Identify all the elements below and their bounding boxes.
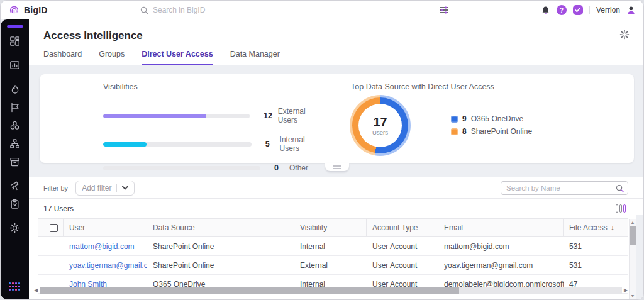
donut-outer: 17 Users (350, 95, 411, 156)
user-avatar-icon[interactable] (626, 6, 636, 15)
select-all-cell (38, 219, 64, 236)
add-filter-button[interactable]: Add filter (75, 181, 135, 196)
external-users-bar (103, 114, 206, 118)
col-data-source[interactable]: Data Source (147, 219, 294, 236)
main-content: Access Intelligence Dashboard Groups Dir… (29, 19, 643, 299)
horizontal-scrollbar[interactable]: ◀ ▶ (32, 287, 630, 294)
search-by-name-box[interactable] (501, 181, 628, 195)
sidebar-divider (1, 53, 29, 53)
sidebar-item-flagged[interactable] (1, 98, 29, 116)
global-search-input[interactable] (153, 6, 291, 14)
page-title: Access Intelligence (43, 30, 143, 42)
sidebar-item-reports[interactable] (1, 56, 29, 74)
sidebar-item-dashboard[interactable] (1, 32, 29, 50)
donut-center: 17 Users (358, 104, 402, 147)
widgets-card: Visibilities 12 External Users 5 Interna… (40, 74, 634, 163)
bar-row-other: 0 Other (103, 164, 324, 172)
users-table-section: Filter by Add filter 17 Us (29, 177, 643, 299)
right-gutter (636, 215, 643, 299)
clipboard-icon (9, 199, 20, 209)
tab-groups[interactable]: Groups (99, 50, 125, 65)
gear-icon (9, 223, 20, 233)
visibilities-panel: Visibilities 12 External Users 5 Interna… (40, 74, 340, 163)
sidebar-active-indicator (7, 25, 23, 28)
sidebar-item-policies[interactable] (1, 195, 29, 213)
sidebar-item-inventory[interactable] (1, 153, 29, 171)
bigid-logo[interactable]: BigID (1, 4, 48, 15)
external-users-count: 12 (264, 111, 275, 120)
sharepoint-legend-chip (451, 128, 458, 135)
table-header-row: User Data Source Visibility Account Type… (38, 218, 628, 237)
username[interactable]: Verrion (596, 6, 620, 14)
col-user[interactable]: User (64, 219, 147, 236)
top-bar: BigID ? (1, 1, 643, 19)
legend-onedrive: 9 O365 OneDrive (451, 114, 532, 123)
donut-sub-label: Users (372, 129, 388, 136)
action-center-icon (9, 181, 20, 191)
visibilities-bars: 12 External Users 5 Internal Users 0 Oth… (103, 107, 324, 172)
visibilities-title: Visibilities (103, 82, 324, 97)
sidebar-item-settings[interactable] (1, 219, 29, 237)
scroll-right-icon[interactable]: ▶ (622, 287, 630, 293)
sidebar-nav (1, 19, 29, 299)
sliders-icon[interactable] (439, 5, 449, 18)
top-data-source-panel: Top Data Source with Direct User Access … (340, 74, 634, 163)
report-chart-icon (9, 60, 20, 70)
filter-by-label: Filter by (43, 184, 68, 192)
widgets-collapse-handle[interactable] (325, 163, 349, 171)
sidebar-item-risk[interactable] (1, 80, 29, 98)
fingerprint-logo-icon (9, 4, 19, 15)
external-users-label: External Users (278, 107, 324, 125)
other-users-count: 0 (274, 164, 287, 172)
table-row[interactable]: mattom@bigid.com SharePoint Online Inter… (38, 237, 628, 256)
horizontal-scroll-thumb[interactable] (40, 287, 459, 294)
users-count: 17 Users (43, 204, 74, 213)
org-topology-icon (9, 138, 20, 149)
onedrive-legend-chip (451, 116, 458, 123)
sidebar-divider (1, 77, 29, 77)
search-by-name-input[interactable] (501, 184, 616, 192)
column-chooser-icon[interactable] (616, 204, 626, 213)
tab-dashboard[interactable]: Dashboard (43, 50, 82, 65)
divider (589, 6, 590, 14)
dashboard-icon (9, 36, 20, 47)
internal-users-bar (103, 142, 147, 147)
col-email[interactable]: Email (438, 219, 564, 236)
help-icon[interactable]: ? (557, 5, 567, 15)
table-row[interactable]: yoav.tigerman@gmail.com SharePoint Onlin… (38, 256, 628, 275)
sidebar-item-clusters[interactable] (1, 116, 29, 135)
vertical-scrollbar[interactable]: ▲ ▼ (629, 219, 636, 299)
apps-grid-icon[interactable] (9, 282, 21, 292)
sidebar-divider (1, 174, 29, 174)
app-window: BigID ? (0, 0, 644, 300)
page-settings-gear-icon[interactable] (619, 30, 630, 42)
sidebar-item-action-center[interactable] (1, 177, 29, 195)
table-toolbar: 17 Users (29, 199, 643, 218)
vertical-scroll-thumb[interactable] (630, 226, 636, 245)
scroll-up-icon[interactable]: ▲ (631, 219, 635, 226)
sidebar-item-topology[interactable] (1, 135, 29, 153)
donut-value: 17 (373, 116, 387, 128)
global-search[interactable] (140, 1, 291, 19)
chevron-down-icon (122, 186, 128, 190)
sidebar-divider (1, 216, 29, 216)
col-file-access[interactable]: File Access ↓ (564, 219, 628, 236)
other-users-label: Other (289, 164, 308, 172)
tab-data-manager[interactable]: Data Manager (230, 50, 280, 65)
col-visibility[interactable]: Visibility (294, 219, 367, 236)
user-link[interactable]: yoav.tigerman@gmail.com (69, 261, 147, 270)
select-all-checkbox[interactable] (50, 224, 58, 232)
user-link[interactable]: mattom@bigid.com (69, 242, 135, 251)
tasks-check-icon[interactable] (573, 5, 583, 15)
cluster-circles-icon (9, 120, 20, 131)
content-header: Access Intelligence Dashboard Groups Dir… (29, 19, 643, 65)
col-account-type[interactable]: Account Type (367, 219, 438, 236)
widgets-band: Visibilities 12 External Users 5 Interna… (29, 65, 643, 177)
scroll-down-icon[interactable]: ▼ (631, 293, 635, 299)
scroll-left-icon[interactable]: ◀ (32, 287, 40, 293)
sort-desc-icon[interactable]: ↓ (611, 223, 614, 232)
archive-box-icon (9, 157, 20, 167)
bar-row-external: 12 External Users (103, 107, 324, 125)
tab-direct-user-access[interactable]: Direct User Access (142, 50, 213, 65)
notifications-bell-icon[interactable] (541, 6, 550, 15)
